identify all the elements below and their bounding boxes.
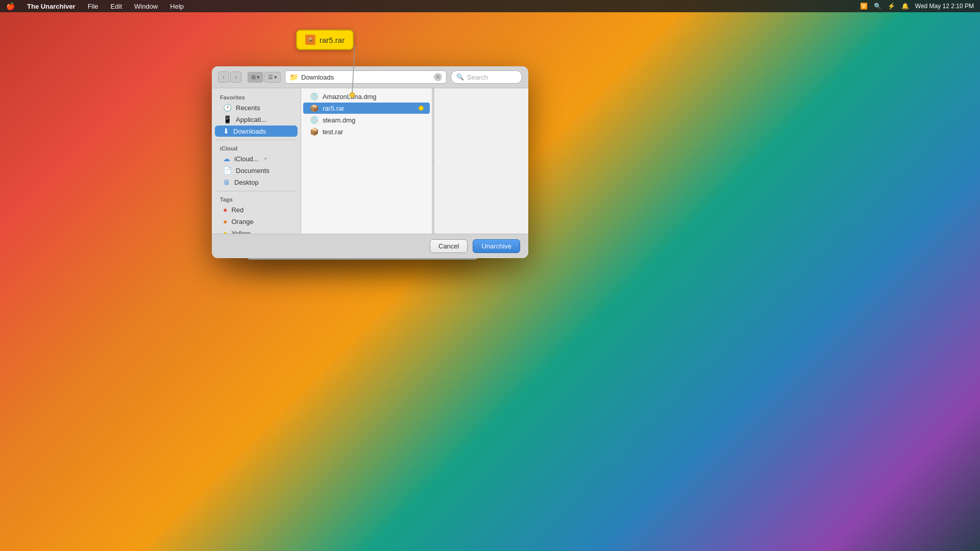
location-text: Downloads (301, 73, 431, 81)
red-tag-icon: ● (223, 206, 227, 214)
sidebar-item-downloads[interactable]: ⬇ Downloads (215, 126, 298, 137)
sidebar-label-yellow: Yellow (231, 230, 250, 234)
applications-icon: 📱 (223, 115, 232, 123)
floating-file-label: 📦 rar5.rar (296, 30, 354, 50)
file-name-rar5: rar5.rar (323, 105, 414, 112)
file-row-steam[interactable]: 💿 steam.dmg (303, 114, 430, 126)
sidebar-item-applications[interactable]: 📱 Applicati... (215, 114, 298, 125)
file-row-test[interactable]: 📦 test.rar (303, 126, 430, 137)
file-menu[interactable]: File (86, 2, 101, 11)
back-button[interactable]: ‹ (218, 71, 229, 83)
column-view-button[interactable]: ⊞ ▾ (248, 72, 263, 83)
nav-buttons: ‹ › (218, 71, 241, 83)
list-view-button[interactable]: ☰ ▾ (264, 72, 281, 83)
apple-menu[interactable]: 🍎 (6, 2, 15, 10)
dmg-file-icon: 💿 (309, 92, 318, 101)
sidebar-item-recents[interactable]: 🕐 Recents (215, 102, 298, 113)
sidebar-item-red[interactable]: ● Red (215, 204, 298, 215)
help-menu[interactable]: Help (168, 2, 186, 11)
unarchive-button[interactable]: Unarchive (473, 239, 520, 253)
sidebar-item-icloud[interactable]: ☁ iCloud... ↗ (215, 153, 298, 164)
sidebar-item-yellow[interactable]: ● Yellow (215, 228, 298, 234)
dialog-sidebar: Favorites 🕐 Recents 📱 Applicati... ⬇ Dow… (212, 88, 301, 234)
file-row-amazon[interactable]: 💿 AmazonLuna.dmg (303, 91, 430, 102)
floating-filename: rar5.rar (320, 36, 345, 44)
rar-file-icon: 📦 (305, 35, 315, 45)
recents-icon: 🕐 (223, 104, 232, 112)
yellow-dot-indicator (419, 106, 424, 111)
dmg-file-icon-2: 💿 (309, 116, 318, 124)
view-dropdown-icon: ▾ (257, 74, 260, 81)
right-panel (434, 88, 528, 234)
sidebar-divider-1 (216, 140, 297, 140)
location-clear-button[interactable]: ✕ (434, 73, 442, 81)
sidebar-label-red: Red (231, 206, 243, 214)
column-view-icon: ⊞ (251, 74, 256, 81)
file-name-steam: steam.dmg (323, 116, 424, 124)
file-name-amazon: AmazonLuna.dmg (323, 93, 424, 101)
forward-button[interactable]: › (230, 71, 241, 83)
file-name-test: test.rar (323, 128, 424, 136)
external-link-icon: ↗ (263, 156, 267, 162)
sidebar-item-documents[interactable]: 📄 Documents (215, 165, 298, 176)
menu-bar: 🍎 The Unarchiver File Edit Window Help 🛜… (0, 0, 980, 12)
sidebar-label-downloads: Downloads (233, 128, 266, 135)
desktop: 🍎 The Unarchiver File Edit Window Help 🛜… (0, 0, 980, 551)
dialog-toolbar: ‹ › ⊞ ▾ ☰ ▾ 📁 Downloads ✕ 🔍 S (212, 66, 528, 88)
location-bar[interactable]: 📁 Downloads ✕ (285, 70, 447, 84)
menu-bar-left: 🍎 The Unarchiver File Edit Window Help (6, 2, 186, 11)
rar-file-icon: 📦 (309, 104, 318, 112)
list-dropdown-icon: ▾ (274, 74, 277, 81)
dialog-footer: Cancel Unarchive (212, 234, 528, 258)
app-name-menu[interactable]: The Unarchiver (25, 2, 78, 11)
sidebar-item-orange[interactable]: ● Orange (215, 216, 298, 227)
sidebar-item-desktop[interactable]: 🖥 Desktop (215, 177, 298, 188)
folder-icon: 📁 (289, 73, 298, 81)
desktop-icon: 🖥 (223, 178, 230, 186)
edit-menu[interactable]: Edit (109, 2, 124, 11)
sidebar-label-icloud: iCloud... (234, 155, 259, 163)
control-center-icon[interactable]: ⚡ (888, 3, 895, 10)
file-row-rar5[interactable]: 📦 rar5.rar (303, 103, 430, 114)
search-bar[interactable]: 🔍 Search (451, 70, 522, 84)
sidebar-label-desktop: Desktop (234, 179, 259, 186)
icloud-title: iCloud (212, 143, 301, 153)
notification-icon[interactable]: 🔔 (901, 3, 909, 10)
icloud-icon: ☁ (223, 155, 230, 163)
tags-title: Tags (212, 194, 301, 204)
sidebar-label-recents: Recents (236, 104, 260, 112)
search-icon: 🔍 (456, 73, 464, 81)
clock: Wed May 12 2:10 PM (915, 3, 974, 10)
documents-icon: 📄 (223, 166, 232, 174)
sidebar-label-orange: Orange (231, 218, 253, 226)
sidebar-label-applications: Applicati... (236, 116, 266, 123)
file-open-dialog: ‹ › ⊞ ▾ ☰ ▾ 📁 Downloads ✕ 🔍 S (212, 66, 528, 258)
rar-file-icon-2: 📦 (309, 128, 318, 136)
cancel-button[interactable]: Cancel (430, 239, 468, 253)
view-controls: ⊞ ▾ ☰ ▾ (248, 72, 281, 83)
favorites-title: Favorites (212, 92, 301, 102)
search-placeholder: Search (467, 73, 488, 81)
orange-tag-icon: ● (223, 217, 227, 226)
sidebar-divider-2 (216, 191, 297, 191)
dialog-main: Favorites 🕐 Recents 📱 Applicati... ⬇ Dow… (212, 88, 528, 234)
menu-bar-right: 🛜 🔍 ⚡ 🔔 Wed May 12 2:10 PM (860, 3, 974, 10)
window-menu[interactable]: Window (132, 2, 160, 11)
list-view-icon: ☰ (268, 74, 273, 81)
sidebar-label-documents: Documents (236, 167, 270, 174)
downloads-icon: ⬇ (223, 127, 229, 135)
yellow-tag-icon: ● (223, 229, 227, 234)
search-icon[interactable]: 🔍 (874, 3, 881, 10)
wifi-icon[interactable]: 🛜 (860, 3, 868, 10)
file-list-area: 💿 AmazonLuna.dmg 📦 rar5.rar 💿 steam.dmg … (301, 88, 432, 234)
